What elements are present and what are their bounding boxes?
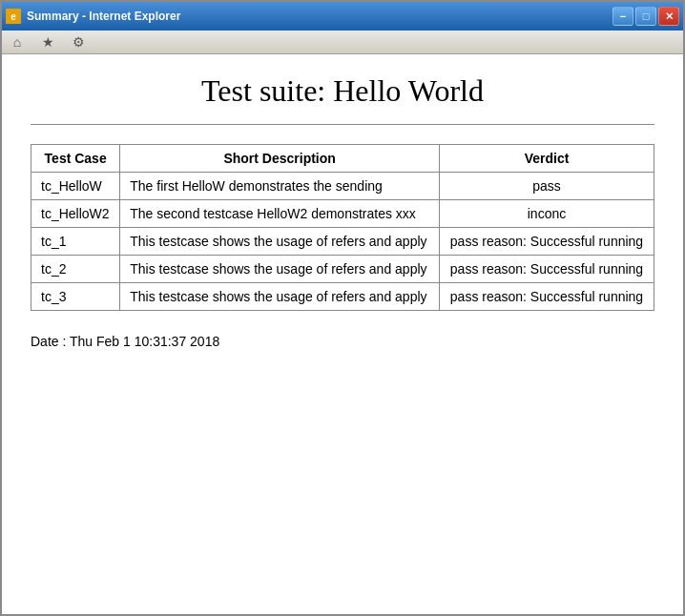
col-header-description: Short Description bbox=[120, 145, 440, 173]
table-row: tc_3This testcase shows the usage of ref… bbox=[31, 283, 654, 311]
verdict-cell: pass bbox=[439, 173, 654, 200]
content-area: Test suite: Hello World Test Case Short … bbox=[2, 54, 683, 614]
tc-name-cell: tc_3 bbox=[31, 283, 120, 311]
maximize-button[interactable]: □ bbox=[635, 7, 656, 26]
title-bar-left: e Summary - Internet Explorer bbox=[6, 9, 180, 24]
results-table: Test Case Short Description Verdict tc_H… bbox=[31, 144, 654, 311]
description-cell: The second testcase HelloW2 demonstrates… bbox=[120, 200, 440, 228]
verdict-cell: inconc bbox=[439, 200, 654, 228]
menu-bar: ⌂ ★ ⚙ bbox=[2, 31, 683, 54]
description-cell: This testcase shows the usage of refers … bbox=[120, 256, 440, 283]
window-controls: − □ ✕ bbox=[612, 7, 679, 26]
description-cell: The first HelloW demonstrates the sendin… bbox=[120, 173, 440, 200]
window-title: Summary - Internet Explorer bbox=[27, 10, 180, 23]
verdict-cell: pass reason: Successful running bbox=[439, 283, 654, 311]
browser-icon: e bbox=[6, 9, 21, 24]
description-cell: This testcase shows the usage of refers … bbox=[120, 283, 440, 311]
divider bbox=[31, 124, 654, 125]
tc-name-cell: tc_2 bbox=[31, 256, 120, 283]
date-label: Date : Thu Feb 1 10:31:37 2018 bbox=[31, 334, 654, 349]
tc-name-cell: tc_HelloW2 bbox=[31, 200, 120, 228]
col-header-verdict: Verdict bbox=[439, 145, 654, 173]
home-icon[interactable]: ⌂ bbox=[8, 32, 27, 51]
tc-name-cell: tc_HelloW bbox=[31, 173, 120, 200]
verdict-cell: pass reason: Successful running bbox=[439, 228, 654, 256]
description-cell: This testcase shows the usage of refers … bbox=[120, 228, 440, 256]
close-button[interactable]: ✕ bbox=[658, 7, 679, 26]
page-title: Test suite: Hello World bbox=[31, 73, 654, 109]
minimize-button[interactable]: − bbox=[612, 7, 633, 26]
verdict-cell: pass reason: Successful running bbox=[439, 256, 654, 283]
col-header-testcase: Test Case bbox=[31, 145, 120, 173]
table-header-row: Test Case Short Description Verdict bbox=[31, 145, 654, 173]
settings-icon[interactable]: ⚙ bbox=[69, 32, 88, 51]
table-row: tc_2This testcase shows the usage of ref… bbox=[31, 256, 654, 283]
browser-window: e Summary - Internet Explorer − □ ✕ ⌂ ★ … bbox=[0, 0, 685, 616]
tc-name-cell: tc_1 bbox=[31, 228, 120, 256]
table-row: tc_HelloW2The second testcase HelloW2 de… bbox=[31, 200, 654, 228]
title-bar: e Summary - Internet Explorer − □ ✕ bbox=[2, 2, 683, 31]
table-row: tc_1This testcase shows the usage of ref… bbox=[31, 228, 654, 256]
table-row: tc_HelloWThe first HelloW demonstrates t… bbox=[31, 173, 654, 200]
favorites-icon[interactable]: ★ bbox=[38, 32, 57, 51]
